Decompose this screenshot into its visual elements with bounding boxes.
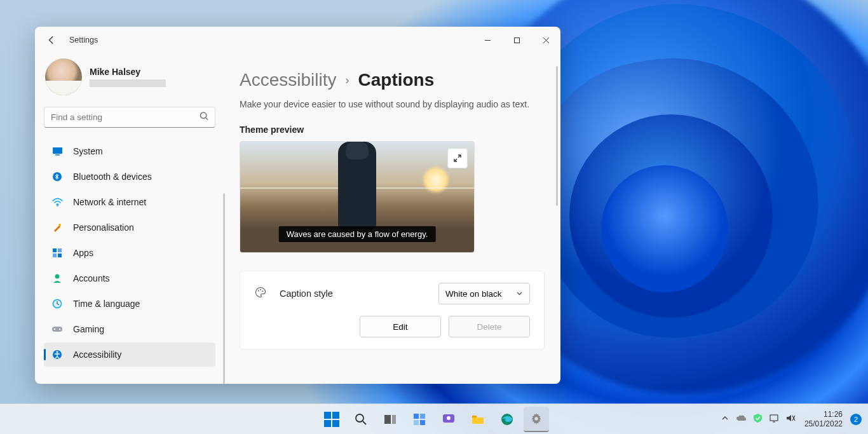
svg-point-36: [534, 417, 538, 421]
settings-window: Settings Mike Halsey System: [35, 27, 560, 384]
svg-point-22: [262, 290, 263, 292]
file-explorer-button[interactable]: [465, 407, 491, 432]
svg-point-2: [200, 112, 206, 118]
nav-list: System Bluetooth & devices Network & int…: [44, 139, 215, 367]
svg-point-17: [59, 329, 60, 330]
svg-rect-15: [52, 327, 62, 332]
chevron-down-icon: [516, 289, 523, 299]
system-tray[interactable]: [721, 413, 796, 425]
svg-rect-5: [55, 154, 60, 156]
svg-rect-37: [770, 415, 778, 421]
svg-point-20: [258, 290, 259, 292]
breadcrumb-parent[interactable]: Accessibility: [240, 70, 336, 90]
sidebar-item-label: Time & language: [73, 299, 140, 309]
search-icon: [200, 111, 209, 123]
volume-icon[interactable]: [785, 414, 796, 424]
accessibility-icon: [51, 349, 63, 360]
svg-rect-27: [414, 414, 419, 419]
sidebar-item-accounts[interactable]: Accounts: [44, 266, 215, 290]
svg-point-32: [447, 416, 451, 420]
sidebar-item-bluetooth[interactable]: Bluetooth & devices: [44, 165, 215, 189]
task-view-button[interactable]: [377, 407, 403, 432]
theme-preview-label: Theme preview: [240, 125, 543, 135]
svg-rect-28: [420, 414, 425, 419]
svg-point-19: [57, 351, 58, 353]
sidebar-item-time-language[interactable]: Time & language: [44, 292, 215, 316]
taskbar-search-button[interactable]: [348, 407, 374, 432]
sidebar-item-network[interactable]: Network & internet: [44, 190, 215, 214]
taskbar-date: 25/01/2022: [804, 419, 843, 429]
user-profile[interactable]: Mike Halsey: [44, 58, 215, 95]
onedrive-icon[interactable]: [735, 414, 747, 424]
caption-preview-text: Waves are caused by a flow of energy.: [279, 226, 436, 242]
start-button[interactable]: [319, 407, 344, 432]
caption-style-dropdown[interactable]: White on black: [438, 283, 530, 304]
security-icon[interactable]: [753, 413, 763, 425]
svg-line-24: [363, 421, 366, 424]
sidebar-item-personalisation[interactable]: Personalisation: [44, 215, 215, 240]
search-input[interactable]: [44, 107, 215, 128]
avatar: [45, 58, 82, 95]
widgets-button[interactable]: [407, 407, 432, 432]
chevron-right-icon: ›: [345, 74, 349, 87]
clock-icon: [51, 298, 63, 309]
taskbar-clock[interactable]: 11:26 25/01/2022: [804, 410, 843, 429]
edge-button[interactable]: [494, 407, 520, 432]
profile-name: Mike Halsey: [90, 67, 166, 77]
tray-chevron-icon[interactable]: [721, 414, 729, 424]
network-tray-icon[interactable]: [769, 414, 779, 424]
svg-rect-10: [58, 248, 62, 252]
gamepad-icon: [51, 323, 63, 335]
svg-rect-29: [414, 420, 419, 425]
page-subtitle: Make your device easier to use without s…: [240, 99, 543, 109]
delete-button: Delete: [449, 316, 530, 337]
caption-style-card: Caption style White on black Edit Delete: [240, 271, 545, 349]
maximize-button[interactable]: [502, 29, 531, 51]
expand-preview-button[interactable]: [447, 148, 468, 168]
sidebar-item-accessibility[interactable]: Accessibility: [44, 342, 215, 367]
page-title: Captions: [358, 70, 434, 90]
svg-line-3: [206, 118, 208, 119]
titlebar: Settings: [35, 27, 560, 53]
minimize-button[interactable]: [473, 29, 502, 51]
svg-rect-12: [58, 254, 62, 257]
taskbar: 11:26 25/01/2022 2: [0, 403, 868, 434]
main-content: Accessibility › Captions Make your devic…: [224, 53, 560, 384]
sidebar-item-label: Accounts: [73, 273, 110, 283]
sidebar-item-system[interactable]: System: [44, 139, 215, 163]
svg-rect-1: [514, 37, 519, 43]
sidebar-item-label: Apps: [73, 248, 93, 258]
taskbar-time: 11:26: [824, 410, 843, 419]
sidebar-item-gaming[interactable]: Gaming: [44, 317, 215, 341]
notification-badge[interactable]: 2: [850, 414, 862, 425]
settings-taskbar-button[interactable]: [524, 407, 549, 432]
edit-button[interactable]: Edit: [360, 316, 441, 337]
svg-point-8: [58, 224, 61, 226]
system-icon: [51, 146, 63, 157]
caption-style-label: Caption style: [280, 288, 333, 299]
wifi-icon: [51, 196, 63, 208]
sidebar: Mike Halsey System Bluetooth & devices N…: [35, 53, 224, 384]
sidebar-item-label: System: [73, 146, 103, 156]
close-button[interactable]: [531, 29, 560, 51]
palette-icon: [254, 286, 268, 301]
sidebar-item-label: Bluetooth & devices: [73, 172, 152, 182]
svg-point-13: [55, 275, 60, 279]
apps-icon: [51, 247, 63, 259]
svg-rect-33: [472, 416, 477, 417]
svg-rect-9: [53, 248, 57, 252]
svg-rect-11: [53, 254, 57, 257]
svg-point-16: [54, 329, 55, 330]
brush-icon: [51, 222, 63, 233]
main-scrollbar[interactable]: [556, 66, 558, 206]
back-button[interactable]: [43, 31, 60, 49]
svg-point-23: [356, 414, 363, 422]
dropdown-value: White on black: [445, 289, 502, 299]
chat-button[interactable]: [436, 407, 461, 432]
svg-rect-26: [392, 415, 396, 424]
svg-point-7: [57, 205, 58, 206]
svg-rect-30: [420, 420, 425, 425]
sidebar-item-apps[interactable]: Apps: [44, 241, 215, 265]
person-icon: [51, 273, 63, 284]
svg-point-21: [260, 289, 261, 290]
